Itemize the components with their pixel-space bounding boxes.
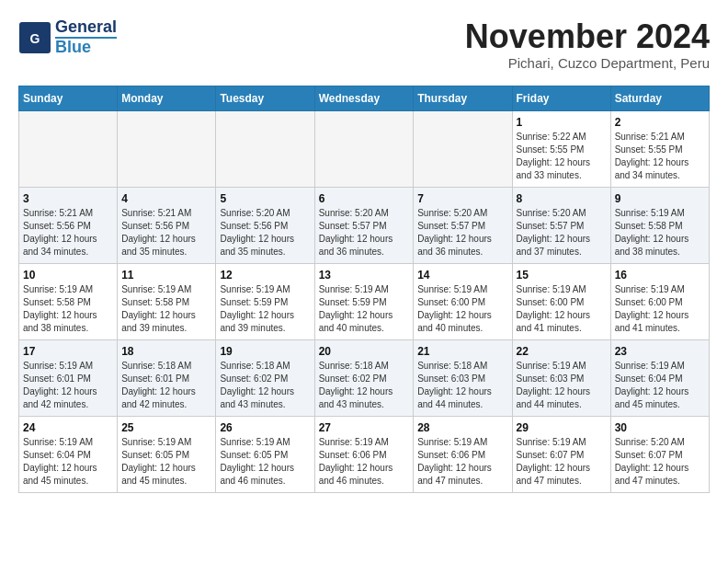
day-number: 25 [121, 421, 211, 434]
calendar-week-row: 24Sunrise: 5:19 AMSunset: 6:04 PMDayligh… [19, 416, 710, 492]
logo: G General Blue [18, 18, 117, 57]
day-info: Sunrise: 5:19 AMSunset: 6:01 PMDaylight:… [23, 360, 113, 411]
day-number: 8 [517, 192, 607, 205]
day-info: Sunrise: 5:19 AMSunset: 6:04 PMDaylight:… [615, 360, 705, 411]
calendar-table: Sunday Monday Tuesday Wednesday Thursday… [18, 86, 710, 493]
month-title: November 2024 [465, 18, 710, 55]
day-number: 23 [615, 345, 705, 358]
header-sunday: Sunday [19, 86, 118, 110]
day-number: 20 [319, 345, 410, 358]
day-number: 6 [319, 192, 410, 205]
day-info: Sunrise: 5:19 AMSunset: 6:04 PMDaylight:… [23, 436, 113, 488]
table-row [216, 110, 314, 187]
day-number: 16 [615, 269, 705, 282]
day-number: 11 [121, 269, 211, 282]
day-info: Sunrise: 5:20 AMSunset: 5:57 PMDaylight:… [417, 207, 507, 259]
day-info: Sunrise: 5:18 AMSunset: 6:01 PMDaylight:… [121, 360, 211, 411]
day-info: Sunrise: 5:21 AMSunset: 5:55 PMDaylight:… [615, 131, 705, 182]
day-number: 12 [220, 269, 310, 282]
table-row: 26Sunrise: 5:19 AMSunset: 6:05 PMDayligh… [216, 416, 314, 492]
day-number: 22 [517, 345, 607, 358]
day-info: Sunrise: 5:18 AMSunset: 6:02 PMDaylight:… [319, 360, 410, 411]
table-row: 7Sunrise: 5:20 AMSunset: 5:57 PMDaylight… [414, 187, 512, 263]
table-row: 20Sunrise: 5:18 AMSunset: 6:02 PMDayligh… [314, 339, 414, 416]
table-row: 4Sunrise: 5:21 AMSunset: 5:56 PMDaylight… [118, 187, 216, 263]
day-info: Sunrise: 5:19 AMSunset: 6:00 PMDaylight:… [417, 283, 507, 335]
day-number: 29 [517, 421, 607, 434]
table-row: 23Sunrise: 5:19 AMSunset: 6:04 PMDayligh… [610, 339, 709, 416]
day-info: Sunrise: 5:19 AMSunset: 6:06 PMDaylight:… [319, 436, 410, 488]
table-row: 14Sunrise: 5:19 AMSunset: 6:00 PMDayligh… [414, 263, 512, 339]
day-number: 5 [220, 192, 310, 205]
table-row: 9Sunrise: 5:19 AMSunset: 5:58 PMDaylight… [610, 187, 709, 263]
table-row: 22Sunrise: 5:19 AMSunset: 6:03 PMDayligh… [512, 339, 610, 416]
table-row: 29Sunrise: 5:19 AMSunset: 6:07 PMDayligh… [512, 416, 610, 492]
calendar-week-row: 1Sunrise: 5:22 AMSunset: 5:55 PMDaylight… [19, 110, 710, 187]
table-row: 5Sunrise: 5:20 AMSunset: 5:56 PMDaylight… [216, 187, 314, 263]
header-tuesday: Tuesday [216, 86, 314, 110]
table-row: 8Sunrise: 5:20 AMSunset: 5:57 PMDaylight… [512, 187, 610, 263]
day-info: Sunrise: 5:19 AMSunset: 6:00 PMDaylight:… [615, 283, 705, 335]
header-wednesday: Wednesday [314, 86, 414, 110]
table-row: 11Sunrise: 5:19 AMSunset: 5:58 PMDayligh… [118, 263, 216, 339]
logo-blue: Blue [55, 37, 117, 57]
table-row: 2Sunrise: 5:21 AMSunset: 5:55 PMDaylight… [610, 110, 709, 187]
day-info: Sunrise: 5:19 AMSunset: 6:05 PMDaylight:… [220, 436, 310, 488]
day-info: Sunrise: 5:20 AMSunset: 5:56 PMDaylight:… [220, 207, 310, 259]
day-number: 7 [417, 192, 507, 205]
table-row: 25Sunrise: 5:19 AMSunset: 6:05 PMDayligh… [118, 416, 216, 492]
calendar-week-row: 10Sunrise: 5:19 AMSunset: 5:58 PMDayligh… [19, 263, 710, 339]
day-info: Sunrise: 5:21 AMSunset: 5:56 PMDaylight:… [23, 207, 113, 259]
day-info: Sunrise: 5:19 AMSunset: 5:58 PMDaylight:… [23, 283, 113, 335]
day-number: 2 [615, 116, 705, 129]
day-info: Sunrise: 5:19 AMSunset: 5:59 PMDaylight:… [220, 283, 310, 335]
day-number: 15 [517, 269, 607, 282]
day-number: 30 [615, 421, 705, 434]
calendar-week-row: 17Sunrise: 5:19 AMSunset: 6:01 PMDayligh… [19, 339, 710, 416]
day-info: Sunrise: 5:19 AMSunset: 6:07 PMDaylight:… [517, 436, 607, 488]
day-number: 4 [121, 192, 211, 205]
table-row [19, 110, 118, 187]
table-row: 30Sunrise: 5:20 AMSunset: 6:07 PMDayligh… [610, 416, 709, 492]
table-row: 18Sunrise: 5:18 AMSunset: 6:01 PMDayligh… [118, 339, 216, 416]
day-number: 13 [319, 269, 410, 282]
svg-text:G: G [30, 31, 40, 46]
table-row [118, 110, 216, 187]
day-info: Sunrise: 5:20 AMSunset: 6:07 PMDaylight:… [615, 436, 705, 488]
day-number: 24 [23, 421, 113, 434]
day-info: Sunrise: 5:18 AMSunset: 6:03 PMDaylight:… [417, 360, 507, 411]
day-number: 10 [23, 269, 113, 282]
day-info: Sunrise: 5:21 AMSunset: 5:56 PMDaylight:… [121, 207, 211, 259]
table-row [414, 110, 512, 187]
table-row [314, 110, 414, 187]
table-row: 3Sunrise: 5:21 AMSunset: 5:56 PMDaylight… [19, 187, 118, 263]
table-row: 19Sunrise: 5:18 AMSunset: 6:02 PMDayligh… [216, 339, 314, 416]
day-info: Sunrise: 5:19 AMSunset: 6:03 PMDaylight:… [517, 360, 607, 411]
table-row: 28Sunrise: 5:19 AMSunset: 6:06 PMDayligh… [414, 416, 512, 492]
day-number: 1 [517, 116, 607, 129]
table-row: 27Sunrise: 5:19 AMSunset: 6:06 PMDayligh… [314, 416, 414, 492]
day-number: 27 [319, 421, 410, 434]
day-number: 3 [23, 192, 113, 205]
day-info: Sunrise: 5:19 AMSunset: 6:06 PMDaylight:… [417, 436, 507, 488]
table-row: 21Sunrise: 5:18 AMSunset: 6:03 PMDayligh… [414, 339, 512, 416]
title-block: November 2024 Pichari, Cuzco Department,… [465, 18, 710, 71]
calendar-week-row: 3Sunrise: 5:21 AMSunset: 5:56 PMDaylight… [19, 187, 710, 263]
day-number: 17 [23, 345, 113, 358]
day-info: Sunrise: 5:19 AMSunset: 6:05 PMDaylight:… [121, 436, 211, 488]
day-info: Sunrise: 5:19 AMSunset: 5:59 PMDaylight:… [319, 283, 410, 335]
page-header: G General Blue November 2024 Pichari, Cu… [18, 18, 710, 71]
table-row: 24Sunrise: 5:19 AMSunset: 6:04 PMDayligh… [19, 416, 118, 492]
day-number: 18 [121, 345, 211, 358]
day-info: Sunrise: 5:20 AMSunset: 5:57 PMDaylight:… [517, 207, 607, 259]
table-row: 6Sunrise: 5:20 AMSunset: 5:57 PMDaylight… [314, 187, 414, 263]
table-row: 13Sunrise: 5:19 AMSunset: 5:59 PMDayligh… [314, 263, 414, 339]
table-row: 17Sunrise: 5:19 AMSunset: 6:01 PMDayligh… [19, 339, 118, 416]
day-info: Sunrise: 5:19 AMSunset: 5:58 PMDaylight:… [121, 283, 211, 335]
location-title: Pichari, Cuzco Department, Peru [465, 55, 710, 71]
day-info: Sunrise: 5:22 AMSunset: 5:55 PMDaylight:… [517, 131, 607, 182]
day-number: 14 [417, 269, 507, 282]
day-info: Sunrise: 5:20 AMSunset: 5:57 PMDaylight:… [319, 207, 410, 259]
day-info: Sunrise: 5:18 AMSunset: 6:02 PMDaylight:… [220, 360, 310, 411]
day-number: 28 [417, 421, 507, 434]
